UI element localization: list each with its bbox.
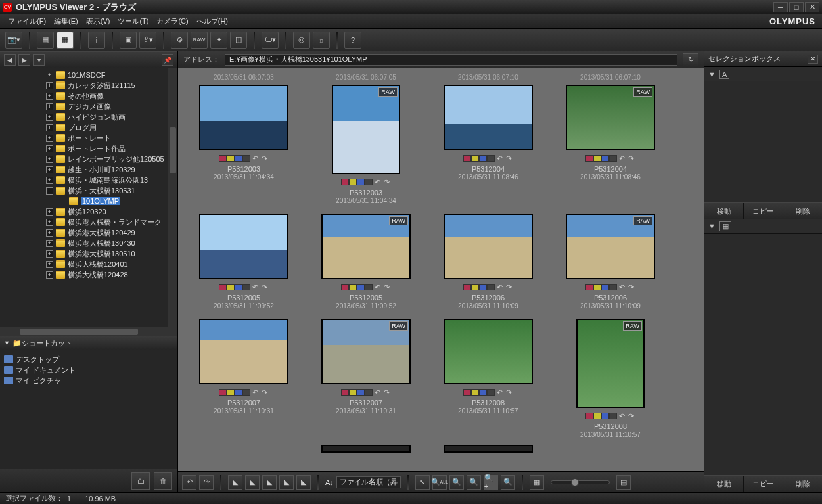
expand-icon[interactable]: + — [46, 240, 53, 247]
thumbnail[interactable]: ↶↷P53120052013/05/31 11:09:52 — [187, 214, 300, 309]
tree-item[interactable]: +デジカメ画像 — [0, 101, 177, 112]
expand-icon[interactable]: + — [46, 271, 53, 279]
grid-small-button[interactable]: ▦ — [530, 475, 544, 490]
thumbnail[interactable]: RAW↶↷P53120042013/05/31 11:08:46 — [554, 85, 667, 204]
rotate-ccw-icon[interactable]: ↶ — [495, 388, 504, 396]
shortcut-item[interactable]: マイ ドキュメント — [4, 365, 173, 375]
rotate-ccw-icon[interactable]: ↶ — [250, 388, 260, 396]
color-swatch[interactable] — [609, 284, 617, 290]
sort-control[interactable]: A↓ ファイル名順（昇 — [325, 476, 401, 488]
thumb-frame[interactable] — [444, 85, 533, 150]
filter-blue-button[interactable]: ◣ — [279, 475, 294, 490]
color-swatch[interactable] — [219, 155, 227, 162]
grid-mode-icon[interactable]: ▦ — [719, 221, 731, 231]
adjust-button[interactable]: ☼ — [313, 32, 330, 49]
rotate-ccw-icon[interactable]: ↶ — [617, 154, 626, 162]
monitor-button[interactable]: 🖵▾ — [262, 32, 279, 49]
pointer-button[interactable]: ↖ — [415, 475, 430, 490]
tree-item[interactable]: -横浜・大桟橋130531 — [0, 185, 177, 196]
expand-icon[interactable]: + — [46, 177, 53, 184]
color-swatch[interactable] — [463, 155, 471, 162]
rotate-ccw-icon[interactable]: ↶ — [617, 283, 626, 291]
rotate-ccw-icon[interactable]: ↶ — [373, 283, 382, 291]
color-swatch[interactable] — [471, 155, 479, 162]
thumbnail-area[interactable]: 2013/05/31 06:07:032013/05/31 06:07:0520… — [178, 68, 704, 471]
zoom-in-button[interactable]: 🔍+ — [484, 475, 498, 490]
tree-item[interactable]: +ポートレート — [0, 133, 177, 143]
color-swatch[interactable] — [479, 155, 487, 162]
rotate-cw-icon[interactable]: ↷ — [260, 283, 269, 291]
color-swatch[interactable] — [227, 155, 235, 162]
close-button[interactable]: ✕ — [805, 2, 819, 12]
tree-item[interactable]: +ブログ用 — [0, 122, 177, 133]
color-swatch[interactable] — [219, 284, 227, 290]
thumbnail-partial[interactable] — [309, 445, 422, 453]
color-swatch[interactable] — [479, 389, 487, 396]
rotate-cw-icon[interactable]: ↷ — [626, 283, 635, 291]
color-swatch[interactable] — [601, 155, 609, 162]
tree-item[interactable]: +ポートレート作品 — [0, 143, 177, 154]
color-swatch[interactable] — [471, 389, 479, 396]
thumb-frame[interactable] — [199, 85, 288, 150]
expand-icon[interactable]: + — [46, 82, 53, 89]
menu-help[interactable]: ヘルプ(H) — [193, 15, 232, 28]
rotate-ccw-icon[interactable]: ↶ — [373, 388, 382, 396]
shortcut-header[interactable]: ▼ 📁 ショートカット — [0, 336, 177, 350]
tree-vscrollbar[interactable] — [168, 68, 177, 327]
expand-icon[interactable]: + — [46, 166, 53, 173]
color-swatch[interactable] — [593, 413, 601, 419]
thumbnail[interactable]: RAW↶↷P53120052013/05/31 11:09:52 — [309, 214, 422, 309]
color-swatch[interactable] — [609, 413, 617, 419]
thumb-frame[interactable] — [199, 214, 288, 279]
color-swatch[interactable] — [349, 179, 357, 185]
thumbnail[interactable]: ↶↷P53120082013/05/31 11:10:57 — [432, 319, 545, 438]
color-swatch[interactable] — [227, 389, 235, 396]
export-button[interactable]: ⇪▾ — [139, 32, 156, 49]
crop-button[interactable]: ◫ — [230, 32, 247, 49]
tree-item[interactable]: +その他画像 — [0, 91, 177, 101]
thumbnail[interactable]: ↶↷P53120072013/05/31 11:10:31 — [187, 319, 300, 438]
expand-icon[interactable]: + — [46, 261, 53, 268]
menu-edit[interactable]: 編集(E) — [50, 15, 82, 28]
nav-fwd-button[interactable]: ▶ — [18, 54, 30, 66]
color-swatch[interactable] — [463, 389, 471, 396]
expand-icon[interactable]: + — [46, 124, 53, 131]
tree-item[interactable]: +横浜港大桟橋130510 — [0, 248, 177, 259]
thumbnail[interactable]: RAW↶↷P53120062013/05/31 11:10:09 — [554, 214, 667, 309]
view-mode-1[interactable]: ▤ — [37, 32, 54, 49]
target-button[interactable]: ◎ — [293, 32, 310, 49]
thumbnail[interactable]: ↶↷P53120062013/05/31 11:10:09 — [432, 214, 545, 309]
tree-item[interactable]: +横浜港大桟橋130430 — [0, 238, 177, 248]
color-swatch[interactable] — [357, 284, 365, 290]
folder-tree[interactable]: +101MSDCF+カレッタ汐留121115+その他画像+デジカメ画像+ハイビジ… — [0, 68, 177, 327]
new-folder-button[interactable]: 🗀 — [131, 472, 150, 490]
color-swatch[interactable] — [487, 389, 495, 396]
thumb-frame[interactable]: RAW — [566, 214, 655, 279]
color-swatch[interactable] — [601, 284, 609, 290]
menu-file[interactable]: ファイル(F) — [4, 15, 50, 28]
color-swatch[interactable] — [585, 155, 593, 162]
filter-green-button[interactable]: ◣ — [262, 475, 277, 490]
thumb-frame[interactable] — [199, 319, 288, 384]
menu-tools[interactable]: ツール(T) — [114, 15, 152, 28]
color-swatch[interactable] — [365, 179, 373, 185]
thumb-frame[interactable]: RAW — [332, 85, 400, 174]
collapse-icon[interactable]: - — [46, 187, 53, 195]
zoom-out-button[interactable]: 🔍 — [449, 475, 464, 490]
nav-history-button[interactable]: ▾ — [33, 54, 45, 66]
rotate-ccw-icon[interactable]: ↶ — [373, 178, 382, 186]
grid-large-button[interactable]: ▤ — [616, 475, 631, 490]
tree-item[interactable]: +カレッタ汐留121115 — [0, 80, 177, 91]
tree-item[interactable]: +越生・小川町120329 — [0, 164, 177, 175]
close-panel-button[interactable]: ✕ — [808, 55, 818, 64]
rotate-ccw-icon[interactable]: ↶ — [617, 412, 626, 420]
zoom-all-button[interactable]: 🔍ALL — [432, 475, 447, 490]
info-button[interactable]: i — [88, 32, 105, 49]
tree-item[interactable]: +横浜・城南島海浜公園13 — [0, 175, 177, 185]
color-swatch[interactable] — [242, 389, 250, 396]
rotate-ccw-icon[interactable]: ↶ — [495, 154, 504, 162]
menu-camera[interactable]: カメラ(C) — [152, 15, 192, 28]
expand-icon[interactable]: + — [46, 93, 53, 100]
filter-red-button[interactable]: ◣ — [228, 475, 242, 490]
thumbnail[interactable]: ↶↷P53120042013/05/31 11:08:46 — [432, 85, 545, 204]
